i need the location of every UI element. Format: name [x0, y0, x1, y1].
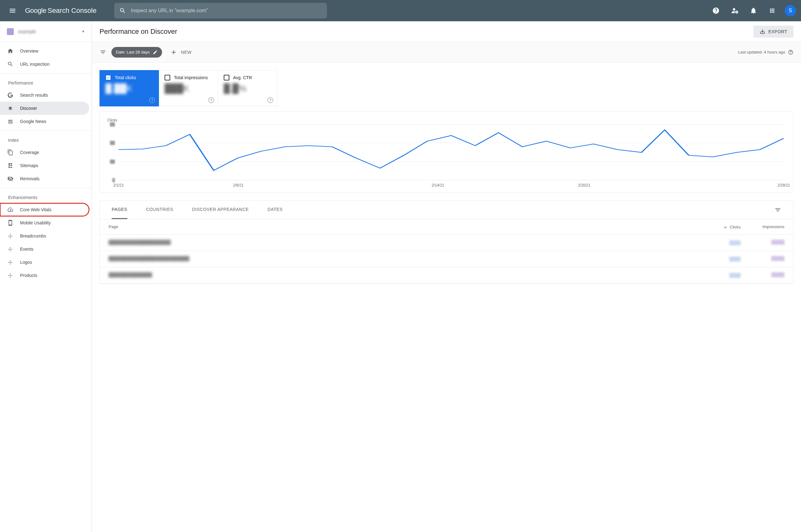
sidebar: example ▼ OverviewURL inspection Perform…: [0, 21, 92, 532]
table-row[interactable]: ██████████████: [100, 267, 793, 284]
product-logo: Google Search Console: [25, 6, 97, 15]
table-filter-button[interactable]: [775, 207, 781, 213]
cell-clicks: [700, 256, 741, 262]
url-search-input[interactable]: [131, 8, 322, 14]
checkbox-icon: [224, 75, 229, 80]
date-filter-label: Date: Last 28 days: [116, 50, 150, 54]
sidebar-item-google-news[interactable]: Google News: [0, 115, 89, 128]
sidebar-item-label: Coverage: [20, 150, 39, 155]
metric-value: █.██K: [106, 83, 153, 94]
sidebar-item-label: Logos: [20, 260, 32, 265]
sidebar-item-breadcrumbs[interactable]: Breadcrumbs: [0, 229, 89, 243]
plus-icon: [170, 49, 177, 56]
metric-value: █.█%: [224, 83, 271, 94]
download-icon: [760, 29, 765, 34]
section-header-performance: Performance: [0, 76, 92, 89]
tab-pages[interactable]: PAGES: [112, 201, 127, 219]
arrow-down-icon: [723, 224, 728, 229]
diamond-icon: [7, 259, 14, 266]
sidebar-item-label: Google News: [20, 119, 46, 124]
help-outline-icon[interactable]: [788, 50, 794, 55]
metric-label: Avg. CTR: [233, 75, 252, 80]
sidebar-item-events[interactable]: Events: [0, 243, 89, 256]
column-header-impressions[interactable]: Impressions: [741, 224, 784, 229]
sidebar-item-discover[interactable]: Discover: [0, 102, 89, 115]
metric-card-avg-ctr[interactable]: Avg. CTR█.█%?: [218, 70, 277, 107]
table-row[interactable]: ████████████████████: [100, 235, 793, 251]
metric-card-total-clicks[interactable]: Total clicks█.██K?: [99, 70, 159, 107]
table-header-row: Page Clicks Impressions: [100, 220, 793, 235]
menu-button[interactable]: [5, 3, 20, 18]
filter-icon[interactable]: [99, 49, 107, 56]
help-outline-icon[interactable]: ?: [268, 97, 273, 103]
line-chart: ██ ██ ██ █: [119, 124, 784, 180]
export-label: EXPORT: [768, 29, 787, 34]
sidebar-item-url-inspection[interactable]: URL inspection: [0, 58, 89, 71]
cell-impressions: [741, 272, 784, 278]
filter-list-icon: [775, 207, 781, 213]
cell-impressions: [741, 256, 784, 262]
search-icon: [119, 7, 126, 14]
table-row[interactable]: ██████████████████████████: [100, 251, 793, 267]
sidebar-item-label: Sitemaps: [20, 163, 38, 168]
notifications-button[interactable]: [747, 4, 760, 17]
tab-discover-appearance[interactable]: DISCOVER APPEARANCE: [192, 201, 249, 219]
property-selector[interactable]: example ▼: [0, 21, 92, 42]
sidebar-item-core-web-vitals[interactable]: Core Web Vitals: [0, 203, 89, 216]
home-icon: [7, 48, 14, 54]
data-table: PAGESCOUNTRIESDISCOVER APPEARANCEDATES P…: [99, 200, 794, 284]
cell-clicks: [700, 240, 741, 246]
tab-dates[interactable]: DATES: [268, 201, 283, 219]
sidebar-item-label: Overview: [20, 49, 38, 54]
help-button[interactable]: [710, 4, 722, 17]
search-icon: [7, 61, 14, 68]
sidebar-item-search-results[interactable]: Search results: [0, 89, 89, 102]
sidebar-item-label: Mobile Usability: [20, 220, 51, 225]
metric-card-total-impressions[interactable]: Total impressions███K?: [159, 70, 218, 107]
sidebar-item-removals[interactable]: Removals: [0, 172, 89, 185]
metric-label: Total clicks: [115, 75, 136, 80]
section-header-index: Index: [0, 133, 92, 146]
last-updated: Last updated: 4 hours ago: [738, 50, 794, 55]
column-header-page[interactable]: Page: [109, 224, 700, 229]
add-filter-button[interactable]: NEW: [170, 49, 191, 56]
export-button[interactable]: EXPORT: [754, 26, 794, 38]
diamond-icon: [7, 232, 14, 240]
speed-icon: [7, 206, 14, 213]
logo-google-text: Google: [25, 6, 46, 15]
sidebar-item-coverage[interactable]: Coverage: [0, 146, 89, 159]
news-icon: [7, 118, 14, 125]
url-search-box[interactable]: [114, 3, 327, 18]
sidebar-item-mobile-usability[interactable]: Mobile Usability: [0, 216, 89, 229]
column-header-clicks[interactable]: Clicks: [700, 224, 741, 229]
google-icon: [7, 92, 14, 99]
top-bar: Google Search Console S: [0, 0, 801, 21]
users-button[interactable]: [728, 4, 741, 17]
sidebar-item-logos[interactable]: Logos: [0, 256, 89, 269]
sidebar-item-label: Removals: [20, 176, 39, 181]
x-axis-tick: 2/28/21: [778, 183, 790, 187]
x-axis-tick: 2/1/21: [113, 183, 123, 187]
sidebar-item-overview[interactable]: Overview: [0, 44, 89, 58]
section-header-enhancements: Enhancements: [0, 191, 92, 203]
help-icon: [712, 7, 720, 14]
help-outline-icon[interactable]: ?: [149, 97, 155, 103]
sidebar-item-sitemaps[interactable]: Sitemaps: [0, 159, 89, 172]
tab-countries[interactable]: COUNTRIES: [146, 201, 173, 219]
help-outline-icon[interactable]: ?: [208, 97, 214, 103]
account-avatar[interactable]: S: [785, 5, 796, 16]
property-name: example: [18, 29, 77, 34]
mobile-icon: [7, 220, 14, 226]
x-axis-tick: 2/14/21: [432, 183, 444, 187]
sidebar-item-products[interactable]: Products: [0, 269, 89, 282]
asterisk-icon: [7, 105, 14, 112]
chart-y-title: Clicks: [107, 118, 790, 122]
date-filter-chip[interactable]: Date: Last 28 days: [111, 47, 162, 58]
pages-icon: [7, 149, 14, 156]
edit-icon: [153, 50, 158, 55]
hamburger-icon: [9, 7, 16, 14]
cell-page: ██████████████: [109, 272, 700, 278]
apps-button[interactable]: [766, 4, 779, 17]
sidebar-item-label: Products: [20, 273, 37, 278]
checkbox-icon: [106, 75, 111, 80]
